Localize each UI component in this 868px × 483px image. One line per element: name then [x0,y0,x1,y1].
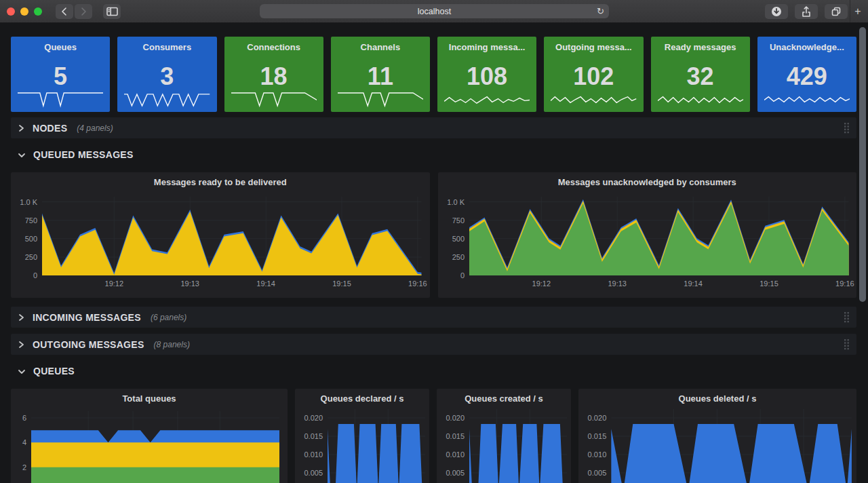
panel-messages-ready[interactable]: Messages ready to be delivered 025050075… [11,172,430,298]
svg-text:0: 0 [33,271,37,279]
svg-text:750: 750 [452,216,464,225]
stat-value: 3 [117,64,216,89]
svg-text:0.020: 0.020 [588,414,607,422]
stat-panel-outgoing-messa[interactable]: Outgoing messa...102 [544,37,643,112]
toolbar-divider [850,0,850,22]
tab-overview-button[interactable] [825,4,848,19]
stat-title: Unacknowledge... [757,42,856,52]
stat-panel-consumers[interactable]: Consumers3 [117,37,216,112]
row-outgoing-messages[interactable]: OUTGOING MESSAGES (8 panels) [11,334,856,355]
panel-queues-declared[interactable]: Queues declared / s 0.0050.0100.0150.020 [295,389,429,483]
window-controls [7,7,42,16]
row-title: INCOMING MESSAGES [33,312,141,323]
stat-value: 429 [757,64,856,89]
stat-panel-queues[interactable]: Queues5 [11,37,110,112]
svg-text:19:13: 19:13 [608,279,627,288]
stat-value: 11 [331,64,430,89]
row-title: QUEUED MESSAGES [33,149,134,160]
row-queued-messages[interactable]: QUEUED MESSAGES [11,144,856,165]
chevron-right-icon [17,340,26,349]
reload-icon[interactable]: ↻ [597,7,604,16]
row-panel-count: (6 panels) [151,313,186,322]
messages-ready-chart[interactable]: 02505007501.0 K19:1219:1319:1419:1519:16 [11,172,430,298]
chevron-down-icon [17,151,26,159]
sparkline [18,90,103,109]
panel-title[interactable]: Queues declared / s [295,393,429,404]
chevron-right-icon [79,7,87,16]
row-queues[interactable]: QUEUES [11,361,856,381]
downloads-button[interactable] [765,4,788,19]
forward-button[interactable] [75,4,92,19]
panel-queues-deleted[interactable]: Queues deleted / s 0.0050.0100.0150.020 [578,389,856,483]
stat-title: Ready messages [651,42,750,52]
messages-unacked-chart[interactable]: 02505007501.0 K19:1219:1319:1419:1519:16 [438,172,857,298]
close-window-button[interactable] [7,7,15,16]
row-drag-handle[interactable] [844,122,850,136]
row-title: NODES [33,123,67,134]
maximize-window-button[interactable] [34,7,42,16]
svg-text:0.020: 0.020 [446,414,465,422]
svg-text:2: 2 [22,463,26,471]
stat-panel-ready-messages[interactable]: Ready messages32 [651,37,750,112]
stat-value: 18 [224,64,323,89]
svg-text:0.015: 0.015 [304,432,323,440]
stat-title: Channels [331,42,430,52]
panel-total-queues[interactable]: Total queues 246 [11,389,288,483]
stat-title: Connections [224,42,323,52]
panel-title[interactable]: Queues deleted / s [578,393,856,404]
chevron-right-icon [17,313,26,322]
stat-value: 5 [11,64,110,89]
svg-text:1.0 K: 1.0 K [20,198,37,206]
sparkline [444,90,530,109]
row-incoming-messages[interactable]: INCOMING MESSAGES (6 panels) [11,307,856,328]
sidebar-toggle-button[interactable] [103,4,121,19]
chevron-right-icon [17,123,26,133]
svg-text:0: 0 [460,271,464,279]
stat-panel-unacknowledge[interactable]: Unacknowledge...429 [757,37,856,112]
sparkline [658,90,743,109]
stat-value: 32 [651,64,750,89]
chevron-left-icon [60,7,68,16]
sparkline [338,90,423,109]
stat-title: Queues [11,42,110,52]
download-icon [771,6,782,17]
svg-text:4: 4 [22,438,26,446]
svg-text:1.0 K: 1.0 K [447,198,465,206]
scrollbar-thumb[interactable] [859,27,866,302]
share-icon [801,5,812,18]
minimize-window-button[interactable] [20,7,28,16]
svg-text:0.005: 0.005 [446,469,465,477]
stat-panel-connections[interactable]: Connections18 [224,37,323,112]
stats-row: Queues5Consumers3Connections18Channels11… [11,37,856,112]
panel-queues-created[interactable]: Queues created / s 0.0050.0100.0150.020 [437,389,571,483]
row-panel-count: (4 panels) [77,123,113,133]
svg-text:500: 500 [25,235,37,243]
panel-title[interactable]: Messages ready to be delivered [11,177,430,187]
svg-text:19:12: 19:12 [532,279,551,288]
back-button[interactable] [56,4,73,19]
panel-title[interactable]: Total queues [11,393,288,404]
svg-text:19:15: 19:15 [760,279,778,288]
svg-text:0.020: 0.020 [304,414,323,422]
stat-panel-incoming-messa[interactable]: Incoming messa...108 [437,37,536,112]
row-drag-handle[interactable] [844,311,850,326]
address-bar[interactable]: localhost ↻ [260,4,609,18]
new-tab-button[interactable]: + [851,4,865,18]
share-button[interactable] [795,4,818,19]
queues-panels: Total queues 246 Queues declared / s 0.0… [11,389,856,483]
chevron-down-icon [17,367,26,376]
stat-title: Outgoing messa... [544,42,643,52]
panel-messages-unacked[interactable]: Messages unacknowledged by consumers 025… [438,172,857,298]
svg-text:19:14: 19:14 [256,279,275,288]
panel-title[interactable]: Messages unacknowledged by consumers [438,177,857,187]
sidebar-icon [106,7,118,16]
stat-value: 102 [544,64,643,89]
svg-text:0.015: 0.015 [588,432,607,440]
row-nodes[interactable]: NODES (4 panels) [11,117,856,138]
panel-title[interactable]: Queues created / s [437,393,571,404]
sparkline [124,90,210,109]
row-drag-handle[interactable] [844,339,850,353]
svg-text:19:13: 19:13 [180,279,199,288]
svg-text:0.010: 0.010 [446,450,465,459]
stat-panel-channels[interactable]: Channels11 [331,37,430,112]
